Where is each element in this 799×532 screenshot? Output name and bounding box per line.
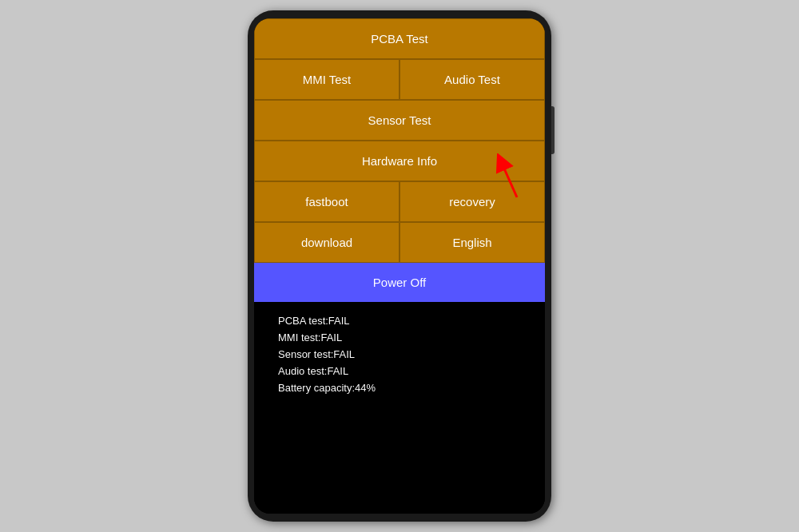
sensor-test-button[interactable]: Sensor Test bbox=[254, 100, 545, 141]
hardware-info-button[interactable]: Hardware Info bbox=[254, 141, 545, 181]
sensor-status: Sensor test:FAIL bbox=[278, 348, 521, 360]
menu-area: PCBA Test MMI Test Audio Test Sensor Tes… bbox=[254, 18, 545, 302]
mmi-audio-row: MMI Test Audio Test bbox=[254, 59, 545, 100]
pcba-status: PCBA test:FAIL bbox=[278, 315, 521, 327]
phone-screen: PCBA Test MMI Test Audio Test Sensor Tes… bbox=[254, 18, 545, 514]
mmi-test-button[interactable]: MMI Test bbox=[254, 59, 400, 100]
power-off-button[interactable]: Power Off bbox=[254, 263, 545, 302]
fastboot-recovery-row: fastboot recovery bbox=[254, 181, 545, 222]
recovery-button[interactable]: recovery bbox=[400, 181, 545, 222]
fastboot-button[interactable]: fastboot bbox=[254, 181, 400, 222]
audio-test-button[interactable]: Audio Test bbox=[400, 59, 545, 100]
download-english-row: download English bbox=[254, 222, 545, 263]
download-button[interactable]: download bbox=[254, 222, 400, 263]
mmi-status: MMI test:FAIL bbox=[278, 332, 521, 343]
english-button[interactable]: English bbox=[400, 222, 545, 263]
audio-status: Audio test:FAIL bbox=[278, 365, 521, 377]
status-area: PCBA test:FAIL MMI test:FAIL Sensor test… bbox=[254, 302, 545, 514]
phone-device: PCBA Test MMI Test Audio Test Sensor Tes… bbox=[248, 10, 551, 522]
battery-status: Battery capacity:44% bbox=[278, 382, 521, 394]
pcba-test-button[interactable]: PCBA Test bbox=[254, 18, 545, 59]
